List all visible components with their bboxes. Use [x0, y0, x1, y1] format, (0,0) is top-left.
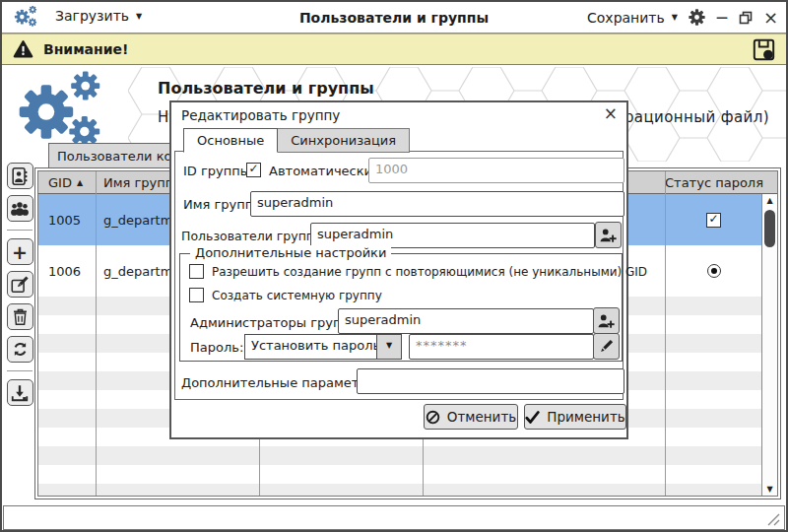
user-accounts-button[interactable] [7, 163, 33, 189]
password-mode-value: Установить пароль [251, 338, 380, 353]
column-header-gid[interactable]: GID ▲ [38, 175, 96, 190]
resize-grip[interactable] [767, 513, 780, 526]
warning-triangle-icon [12, 38, 34, 60]
apply-button[interactable]: Применить [524, 404, 626, 430]
status-bar [3, 505, 785, 530]
add-group-button[interactable]: + [7, 238, 33, 265]
edit-group-button[interactable] [7, 271, 33, 298]
maximize-restore-button[interactable] [739, 11, 753, 25]
app-window: Загрузить ▼ Пользователи и группы Сохран… [0, 0, 788, 532]
delete-group-button[interactable] [7, 303, 33, 330]
chevron-down-icon: ▼ [136, 12, 142, 21]
add-group-admins-button[interactable] [593, 307, 620, 334]
auto-id-checkbox[interactable]: ✓ [246, 163, 261, 177]
column-header-password-status[interactable]: Статус пароля [665, 175, 777, 190]
allow-duplicate-gid-label: Разрешить создание групп с повторяющимис… [212, 265, 647, 279]
scroll-down-icon[interactable]: ▼ [762, 485, 777, 494]
apply-button-label: Применить [547, 409, 624, 425]
group-users-label: Пользователи группы: [181, 229, 328, 243]
refresh-button[interactable] [7, 336, 33, 363]
tab-synchronization[interactable]: Синхронизация [277, 128, 410, 153]
cancel-button[interactable]: Отменить [424, 404, 518, 430]
edit-password-button[interactable] [593, 333, 620, 360]
create-system-group-label: Создать системную группу [212, 289, 382, 302]
save-users-floppy-icon[interactable] [752, 37, 776, 62]
tab-general[interactable]: Основные [183, 128, 278, 153]
pencil-icon [598, 338, 615, 355]
save-menu-button[interactable]: Сохранить ▼ [587, 10, 678, 26]
auto-id-checkbox-label: Автоматически [269, 164, 372, 178]
toolbar-separator [7, 370, 33, 371]
cell-gid: 1006 [38, 264, 96, 279]
close-window-button[interactable]: × [763, 11, 778, 25]
scrollbar-thumb[interactable] [764, 210, 775, 247]
trash-icon [11, 307, 30, 326]
page-title: Пользователи и группы [158, 79, 374, 98]
settings-gear-icon[interactable] [689, 9, 705, 26]
app-gears-icon [14, 5, 39, 30]
groups-toolbar: + [6, 163, 33, 406]
group-id-field[interactable]: 1000 [368, 158, 624, 183]
password-set-checkbox[interactable]: ✓ [706, 213, 721, 228]
minimize-button[interactable]: — [716, 10, 728, 26]
sort-ascending-icon: ▲ [77, 178, 83, 187]
scroll-up-icon[interactable]: ▲ [762, 196, 777, 205]
window-toolbar: Загрузить ▼ Пользователи и группы Сохран… [2, 2, 786, 33]
toolbar-separator [7, 230, 33, 231]
refresh-icon [11, 340, 30, 359]
person-add-icon [599, 227, 618, 244]
password-mode-select[interactable]: Установить пароль ▼ [244, 334, 402, 360]
cancel-button-label: Отменить [447, 409, 516, 425]
extra-params-field[interactable] [357, 368, 624, 394]
dialog-title: Редактировать группу [181, 107, 340, 123]
table-vertical-scrollbar[interactable]: ▲ ▼ [761, 194, 777, 496]
person-add-icon [597, 312, 616, 330]
extra-settings-legend: Дополнительные настройки [190, 245, 391, 260]
dialog-tab-bar: Основные Синхронизация [183, 128, 410, 153]
password-label: Пароль: [190, 340, 243, 355]
chevron-down-icon: ▼ [672, 13, 678, 22]
edit-group-dialog: Редактировать группу × Основные Синхрони… [169, 100, 628, 439]
group-admins-field[interactable]: superadmin [338, 308, 594, 334]
dialog-close-button[interactable]: × [604, 103, 618, 123]
edit-pencil-icon [10, 275, 30, 295]
user-group-icon [10, 199, 30, 219]
extra-params-label: Дополнительные параметры: [181, 375, 381, 390]
load-menu-label: Загрузить [55, 8, 129, 24]
import-button[interactable] [7, 379, 33, 406]
chevron-down-icon: ▼ [376, 335, 401, 359]
create-system-group-checkbox[interactable] [189, 288, 204, 302]
checkmark-icon [525, 411, 540, 424]
plus-icon: + [12, 243, 28, 261]
group-name-field[interactable]: superadmin [250, 191, 624, 217]
load-menu-button[interactable]: Загрузить ▼ [55, 8, 142, 24]
group-id-label: ID группы: [183, 164, 254, 178]
warning-text: Внимание! [43, 41, 128, 57]
cancel-slash-circle-icon [426, 410, 440, 425]
allow-duplicate-gid-checkbox[interactable] [189, 264, 204, 279]
address-book-icon [10, 166, 30, 186]
add-group-users-button[interactable] [595, 222, 622, 248]
extra-settings-group: Дополнительные настройки Разрешить созда… [179, 253, 623, 362]
password-field[interactable]: ******* [409, 334, 594, 360]
password-status-radio[interactable] [707, 264, 721, 278]
user-groups-button[interactable] [7, 195, 33, 222]
save-menu-label: Сохранить [587, 10, 665, 26]
warning-banner: Внимание! [2, 33, 786, 65]
download-tray-icon [10, 383, 30, 403]
cell-gid: 1005 [38, 213, 96, 228]
